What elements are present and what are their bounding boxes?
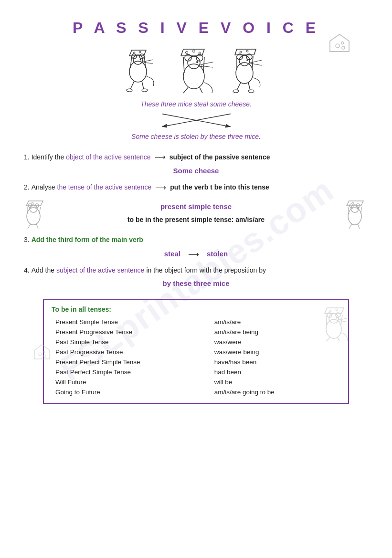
mouse-figure-2 — [170, 45, 222, 95]
svg-line-36 — [200, 87, 202, 93]
tenses-table-row: Will Futurewill be — [52, 377, 340, 387]
tense-form: will be — [211, 377, 340, 387]
tense-form: had been — [211, 367, 340, 377]
svg-point-69 — [348, 208, 361, 225]
svg-marker-0 — [330, 34, 349, 52]
svg-point-83 — [329, 310, 331, 312]
svg-point-84 — [336, 309, 338, 311]
step-2-num: 2. — [24, 182, 30, 192]
svg-line-32 — [201, 66, 213, 67]
step-3-steal-row: steal ⟶ stolen — [24, 248, 368, 261]
svg-line-34 — [203, 57, 204, 73]
step2-mouse-right — [335, 196, 368, 230]
svg-line-93 — [326, 315, 327, 326]
svg-line-50 — [237, 83, 241, 90]
svg-line-66 — [36, 224, 38, 229]
step-2-text-before: Analyse — [32, 182, 55, 192]
page-title: P A S S I V E V O I C E — [24, 19, 368, 37]
svg-point-19 — [127, 89, 132, 92]
tenses-table-row: Present Simple Tenseam/is/are — [52, 317, 340, 327]
svg-point-1 — [336, 44, 339, 48]
tenses-table-row: Going to Futuream/is/are going to be — [52, 387, 340, 397]
svg-point-6 — [139, 51, 141, 53]
cross-arrows — [153, 112, 239, 129]
tenses-box: To be in all tenses: Present Simple Tens… — [43, 299, 349, 404]
step-4-num: 4. — [24, 265, 30, 275]
step-1: 1. Identify the object of the active sen… — [24, 151, 368, 177]
svg-point-11 — [139, 59, 141, 61]
svg-point-38 — [240, 51, 242, 53]
tense-name: Present Perfect Simple Tense — [52, 357, 211, 367]
svg-point-73 — [357, 208, 359, 210]
sentence-active: These three mice steal some cheese. — [140, 100, 252, 108]
step-1-center: Some cheese — [24, 165, 368, 177]
svg-line-35 — [183, 87, 188, 93]
mouse-figure-3 — [227, 45, 273, 93]
step-4-text-after: in the object form with the preposition … — [146, 265, 266, 275]
svg-line-96 — [338, 337, 339, 341]
step-3-num: 3. — [24, 234, 30, 245]
svg-point-8 — [133, 55, 143, 64]
svg-line-18 — [142, 81, 144, 89]
svg-line-76 — [349, 224, 352, 229]
tenses-box-title: To be in all tenses: — [52, 305, 340, 313]
svg-point-23 — [192, 50, 195, 53]
cheese-icon-left — [33, 344, 51, 364]
cheese-icon-bottom-right — [318, 304, 351, 347]
tense-form: have/has been — [211, 357, 340, 367]
svg-point-39 — [246, 50, 248, 52]
svg-line-91 — [340, 318, 349, 320]
step-2-bold: put the verb t be into this tense — [170, 182, 269, 192]
svg-line-95 — [326, 337, 330, 341]
step-2: 2. Analyse the tense of the active sente… — [24, 181, 368, 230]
svg-point-81 — [43, 351, 45, 353]
svg-line-15 — [130, 56, 132, 68]
svg-line-94 — [341, 315, 342, 326]
svg-line-65 — [28, 224, 31, 229]
tense-name: Present Simple Tense — [52, 317, 211, 327]
cheese-icon-top-right — [328, 32, 351, 58]
tense-name: Going to Future — [52, 387, 211, 397]
tense-name: Past Progressive Tense — [52, 347, 211, 357]
svg-marker-82 — [325, 308, 344, 314]
step-1-num: 1. — [24, 152, 30, 162]
tenses-table-row: Present Perfect Simple Tensehave/has bee… — [52, 357, 340, 367]
svg-point-44 — [246, 59, 248, 61]
svg-point-79 — [39, 353, 42, 356]
tense-name: Past Perfect Simple Tense — [52, 367, 211, 377]
step-3-stolen: stolen — [207, 248, 228, 260]
mice-figures — [120, 45, 273, 95]
svg-point-2 — [342, 46, 345, 49]
svg-point-26 — [188, 56, 200, 69]
step-1-text-before: Identify the — [32, 152, 64, 162]
step-4-text-before: Add the — [32, 265, 54, 275]
tense-form: was/were being — [211, 347, 340, 357]
svg-point-58 — [32, 202, 33, 204]
step-2-be: to be in the present simple tense: am/is… — [57, 214, 335, 225]
svg-line-77 — [358, 224, 360, 229]
svg-line-31 — [201, 62, 213, 64]
step-2-tense: present simple tense — [57, 201, 335, 212]
step-2-highlight: the tense of the active sentence — [57, 182, 152, 192]
tense-form: am/is/are going to be — [211, 387, 340, 397]
step-3-steal-arrow: ⟶ — [188, 248, 199, 261]
step2-mouse-left — [24, 196, 57, 230]
svg-point-41 — [239, 55, 250, 66]
tenses-table: Present Simple Tenseam/is/arePresent Pro… — [52, 317, 340, 397]
tenses-table-row: Past Simple Tensewas/were — [52, 337, 340, 347]
step-1-highlight: object of the active sentence — [66, 152, 150, 162]
svg-point-52 — [233, 90, 239, 93]
step-4-highlight: subject of the active sentence — [56, 265, 144, 275]
svg-marker-78 — [34, 345, 50, 359]
sentence-passive: Some cheese is stolen by these three mic… — [131, 133, 261, 140]
tense-name: Will Future — [52, 377, 211, 387]
step-1-bold: subject of the passive sentence — [170, 152, 270, 162]
step-4-center: by these three mice — [24, 278, 368, 289]
tense-name: Present Progressive Tense — [52, 327, 211, 337]
svg-point-89 — [336, 317, 338, 318]
step-4: 4. Add the subject of the active sentenc… — [24, 265, 368, 289]
svg-line-17 — [130, 81, 134, 89]
svg-point-25 — [183, 64, 204, 89]
tenses-table-row: Past Perfect Simple Tensehad been — [52, 367, 340, 377]
tenses-table-row: Past Progressive Tensewas/were being — [52, 347, 340, 357]
